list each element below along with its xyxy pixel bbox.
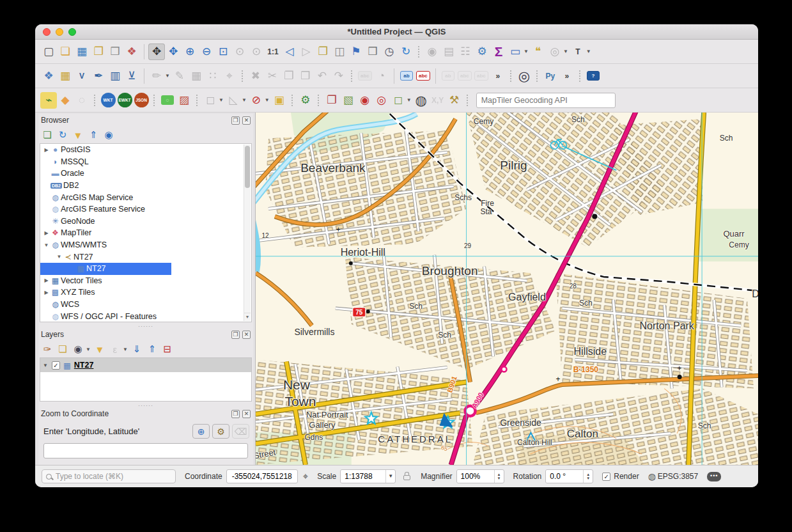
zoom-close-button[interactable]: ✕ bbox=[242, 410, 251, 418]
expander-icon[interactable]: ▼ bbox=[56, 254, 63, 260]
add-group-button[interactable]: ❏ bbox=[55, 342, 70, 356]
toolbar-grip[interactable] bbox=[241, 70, 244, 82]
project-save-button[interactable]: ▦ bbox=[74, 43, 90, 60]
project-new-button[interactable]: ▢ bbox=[40, 43, 57, 60]
open-layer-styling-button[interactable]: ✑ bbox=[40, 342, 55, 356]
text-annotation-dropdown-arrow[interactable]: ▼ bbox=[586, 49, 591, 54]
layers-close-button[interactable]: ✕ bbox=[242, 331, 251, 339]
crs-value[interactable]: EPSG:3857 bbox=[658, 472, 698, 481]
manage-plugins-button[interactable]: ⌁ bbox=[40, 92, 57, 109]
refresh-map-button[interactable]: ↻ bbox=[398, 43, 414, 60]
style-manager-button[interactable]: ❖ bbox=[123, 43, 140, 60]
collapse-all-button[interactable]: ⇑ bbox=[144, 342, 160, 356]
zoom-to-coordinate-button[interactable]: ⊕ bbox=[192, 424, 210, 439]
browser-item-nt27[interactable]: ▦NT27 bbox=[40, 263, 251, 275]
browser-scrollbar-down-arrow[interactable]: ▼ bbox=[244, 313, 251, 320]
new-shapefile-layer-button[interactable]: V bbox=[74, 68, 90, 84]
python-console-button[interactable]: Py bbox=[542, 68, 559, 84]
text-annotation-button[interactable]: T bbox=[570, 43, 586, 60]
expander-icon[interactable]: ▶ bbox=[43, 278, 50, 283]
show-spatial-bookmarks-button[interactable]: ❒ bbox=[364, 43, 381, 60]
manage-map-themes-dropdown-arrow[interactable]: ▼ bbox=[86, 347, 91, 352]
toolbar-grip[interactable] bbox=[93, 94, 97, 107]
maptiler-search-input[interactable] bbox=[477, 96, 615, 105]
plugin-settings-button[interactable]: ⚒ bbox=[446, 92, 463, 109]
maptiler-geocoding-search[interactable] bbox=[476, 93, 616, 108]
lat-lon-tools-button[interactable]: ◍ bbox=[413, 92, 430, 109]
expander-icon[interactable]: ▼ bbox=[43, 242, 50, 248]
expander-icon[interactable]: ▶ bbox=[43, 230, 50, 236]
expand-all-button[interactable]: ⇓ bbox=[129, 342, 144, 356]
new-geopackage-layer-button[interactable]: ▦ bbox=[57, 68, 74, 84]
browser-item-maptiler[interactable]: ▶❖MapTiler bbox=[40, 227, 251, 239]
current-edits-dropdown-arrow[interactable]: ▼ bbox=[165, 73, 170, 79]
json-geometry-button[interactable]: JSON bbox=[133, 92, 150, 109]
coordinate-settings-button[interactable]: ⚙ bbox=[212, 424, 229, 439]
new-map-view-button[interactable]: ❐ bbox=[314, 43, 331, 60]
batch-geocode-button[interactable]: ◎ bbox=[373, 92, 390, 109]
help-button[interactable]: ? bbox=[585, 68, 602, 84]
new-mesh-layer-button[interactable]: ⊻ bbox=[123, 68, 140, 84]
remove-layer-button[interactable]: ⊟ bbox=[160, 342, 175, 356]
filter-by-expression-dropdown-arrow[interactable]: ▼ bbox=[123, 347, 128, 352]
toolbar-grip[interactable] bbox=[466, 94, 469, 107]
toolbar-grip[interactable] bbox=[509, 70, 513, 82]
extent-selector-dropdown-arrow[interactable]: ▼ bbox=[407, 97, 412, 103]
layer-visibility-checkbox[interactable]: ✓ bbox=[52, 361, 60, 370]
shape-digitizing-button[interactable]: ◆ bbox=[57, 92, 74, 109]
refresh-browser-button[interactable]: ↻ bbox=[55, 128, 70, 142]
new-spatial-bookmark-button[interactable]: ⚑ bbox=[348, 43, 364, 60]
browser-item-postgis[interactable]: ▶●PostGIS bbox=[40, 144, 251, 156]
select-by-rectangle-dropdown-arrow[interactable]: ▼ bbox=[219, 97, 224, 103]
toolbar-overflow-2-button[interactable]: » bbox=[559, 68, 575, 84]
ewkt-geometry-button[interactable]: EWKT bbox=[116, 92, 133, 109]
messages-icon[interactable]: ••• bbox=[707, 472, 721, 481]
browser-close-button[interactable]: ✕ bbox=[242, 116, 251, 125]
layer-row-nt27[interactable]: ▼✓▦NT27 bbox=[40, 358, 251, 372]
temporal-controller-button[interactable]: ◷ bbox=[381, 43, 398, 60]
pan-to-selection-button[interactable]: ✥ bbox=[165, 43, 182, 60]
magnifier-value-input[interactable] bbox=[457, 470, 494, 483]
new-print-layout-button[interactable]: ❐ bbox=[90, 43, 107, 60]
browser-properties-button[interactable]: ◉ bbox=[101, 128, 116, 142]
layers-float-button[interactable]: ❐ bbox=[231, 331, 240, 339]
processing-toolbox-button[interactable]: ⚙ bbox=[474, 43, 490, 60]
filter-legend-button[interactable]: ▼ bbox=[92, 342, 107, 356]
browser-scrollbar-thumb[interactable] bbox=[245, 146, 250, 188]
select-by-value-dropdown-arrow[interactable]: ▼ bbox=[242, 97, 247, 103]
scale-value-input[interactable] bbox=[341, 470, 385, 483]
coordinate-input[interactable] bbox=[43, 443, 248, 458]
manage-map-themes-button[interactable]: ◉ bbox=[70, 342, 86, 356]
zoom-out-button[interactable]: ⊖ bbox=[198, 43, 215, 60]
render-checkbox[interactable]: ✓ bbox=[602, 473, 610, 481]
browser-item-mssql[interactable]: ◗MSSQL bbox=[40, 156, 251, 168]
title-bar[interactable]: *Untitled Project — QGIS bbox=[35, 24, 758, 40]
browser-item-vector-tiles[interactable]: ▶▦Vector Tiles bbox=[40, 275, 251, 287]
browser-item-wfs-ogc-api-features[interactable]: ◍WFS / OGC API - Features bbox=[40, 310, 251, 322]
geocoder-pages-button[interactable]: ❐ bbox=[323, 92, 340, 109]
open-data-source-manager-button[interactable]: ❖ bbox=[40, 68, 57, 84]
wkt-geometry-button[interactable]: WKT bbox=[100, 92, 116, 109]
magnifier-spin-arrows[interactable]: ▲▼ bbox=[494, 470, 504, 483]
browser-item-wms-wmts[interactable]: ▼◍WMS/WMTS bbox=[40, 239, 251, 251]
browser-item-wcs[interactable]: ◍WCS bbox=[40, 299, 251, 311]
select-within-button[interactable]: ▣ bbox=[271, 92, 288, 109]
locate-search[interactable]: Type to locate (⌘K) bbox=[42, 469, 176, 483]
toolbar-grip[interactable] bbox=[291, 94, 294, 107]
browser-float-button[interactable]: ❐ bbox=[231, 116, 240, 125]
new-3d-map-view-button[interactable]: ◫ bbox=[331, 43, 348, 60]
browser-item-nt27[interactable]: ▼≺NT27 bbox=[40, 251, 251, 263]
project-open-button[interactable]: ❏ bbox=[57, 43, 74, 60]
layer-labeling-options-button[interactable]: ab bbox=[398, 68, 415, 84]
magnifier-spinbox[interactable]: ▲▼ bbox=[456, 469, 504, 483]
rotation-spinbox[interactable]: ▲▼ bbox=[545, 469, 593, 483]
osm-place-search-button[interactable]: ◎ bbox=[516, 68, 532, 84]
browser-item-xyz-tiles[interactable]: ▶▩XYZ Tiles bbox=[40, 286, 251, 299]
expander-icon[interactable]: ▶ bbox=[43, 147, 50, 153]
coordinate-value-input[interactable] bbox=[226, 469, 298, 483]
measure-dropdown-arrow[interactable]: ▼ bbox=[524, 49, 529, 54]
new-spatialite-layer-button[interactable]: ✒ bbox=[90, 68, 107, 84]
rotation-spin-arrows[interactable]: ▲▼ bbox=[583, 470, 593, 483]
geocoder-map-button[interactable]: ▧ bbox=[340, 92, 357, 109]
search-layers-button[interactable]: ◌ bbox=[159, 92, 176, 109]
